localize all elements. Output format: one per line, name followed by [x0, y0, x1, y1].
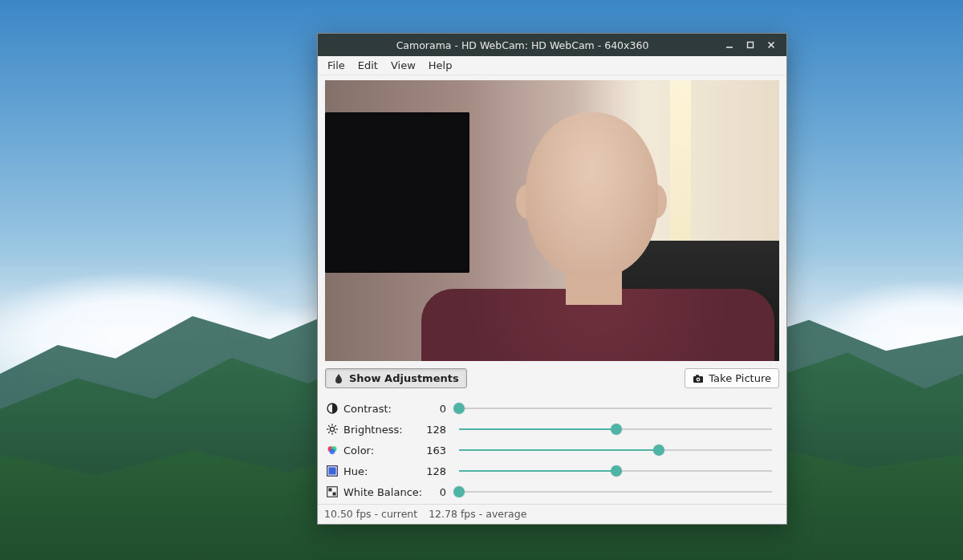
close-button[interactable] [761, 37, 782, 53]
slider-row-color: Color: 163 [326, 440, 772, 461]
contrast-label: Contrast: [343, 403, 424, 415]
svg-rect-22 [328, 467, 335, 474]
svg-line-16 [335, 425, 336, 427]
white-balance-value: 0 [425, 486, 457, 498]
take-picture-label: Take Picture [709, 372, 771, 384]
slider-row-white-balance: White Balance: 0 [326, 481, 772, 502]
slider-row-hue: Hue: 128 [326, 461, 772, 481]
maximize-button[interactable] [740, 37, 761, 53]
menu-edit[interactable]: Edit [351, 58, 384, 73]
app-window: Camorama - HD WebCam: HD WebCam - 640x36… [317, 33, 787, 525]
contrast-icon [326, 402, 339, 415]
svg-line-17 [328, 432, 330, 433]
white-balance-label: White Balance: [343, 486, 424, 498]
color-icon [326, 444, 339, 457]
svg-rect-5 [696, 375, 699, 376]
svg-rect-25 [333, 493, 336, 496]
svg-point-9 [330, 427, 334, 431]
hue-value: 128 [425, 465, 457, 477]
hue-slider[interactable] [459, 465, 772, 477]
adjustments-panel: Contrast: 0 Brightness: 128 Color: 163 [318, 393, 786, 504]
brightness-icon [326, 423, 339, 436]
color-slider[interactable] [459, 444, 772, 457]
svg-point-20 [330, 448, 335, 454]
take-picture-button[interactable]: Take Picture [685, 368, 779, 388]
svg-line-14 [328, 425, 330, 427]
webcam-preview [325, 80, 779, 361]
slider-row-contrast: Contrast: 0 [326, 398, 772, 419]
camera-icon [693, 373, 704, 384]
brightness-value: 128 [425, 424, 457, 436]
titlebar[interactable]: Camorama - HD WebCam: HD WebCam - 640x36… [318, 34, 786, 56]
statusbar: 10.50 fps - current 12.78 fps - average [318, 504, 786, 524]
hue-label: Hue: [343, 465, 424, 477]
hue-icon [326, 465, 339, 477]
brightness-label: Brightness: [343, 424, 424, 436]
show-adjustments-label: Show Adjustments [349, 372, 459, 384]
window-title: Camorama - HD WebCam: HD WebCam - 640x36… [326, 39, 719, 51]
brightness-slider[interactable] [459, 423, 772, 436]
svg-point-7 [697, 378, 699, 379]
status-average-fps: 12.78 fps - average [429, 508, 526, 520]
white-balance-icon [326, 485, 339, 498]
droplet-icon [333, 373, 344, 384]
toolbar: Show Adjustments Take Picture [318, 366, 786, 393]
svg-line-15 [335, 432, 336, 433]
show-adjustments-button[interactable]: Show Adjustments [325, 368, 467, 388]
contrast-slider[interactable] [459, 402, 772, 415]
status-current-fps: 10.50 fps - current [324, 508, 417, 520]
color-value: 163 [425, 444, 457, 457]
color-label: Color: [343, 444, 424, 457]
svg-rect-1 [748, 43, 754, 48]
menubar: File Edit View Help [318, 56, 786, 75]
slider-row-brightness: Brightness: 128 [326, 419, 772, 440]
menu-help[interactable]: Help [422, 58, 459, 73]
menu-file[interactable]: File [321, 58, 351, 73]
minimize-button[interactable] [719, 37, 740, 53]
menu-view[interactable]: View [384, 58, 422, 73]
svg-rect-24 [328, 488, 331, 491]
contrast-value: 0 [425, 403, 457, 415]
white-balance-slider[interactable] [459, 485, 772, 498]
